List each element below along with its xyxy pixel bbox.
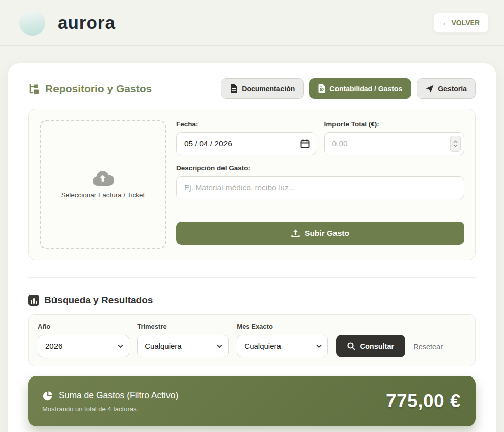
dropzone-label: Seleccionar Factura / Ticket <box>61 191 145 199</box>
volver-button[interactable]: ← VOLVER <box>433 13 489 33</box>
file-dropzone[interactable]: Seleccionar Factura / Ticket <box>40 120 166 249</box>
summary-bar: Suma de Gastos (Filtro Activo) Mostrando… <box>28 376 476 426</box>
pie-chart-icon <box>42 390 53 401</box>
app-header: aurora ← VOLVER <box>0 0 504 46</box>
tab-contabilidad-label: Contabilidad / Gastos <box>329 85 402 93</box>
subir-gasto-label: Subir Gasto <box>305 229 349 238</box>
paper-plane-icon <box>426 85 434 93</box>
consultar-label: Consultar <box>360 342 394 350</box>
ano-filter-group: Año 2026 <box>38 322 129 357</box>
consultar-button[interactable]: Consultar <box>336 335 405 357</box>
ano-select[interactable]: 2026 <box>38 335 129 357</box>
search-icon <box>347 342 355 350</box>
fecha-input[interactable] <box>176 132 316 155</box>
mes-exacto-filter-group: Mes Exacto Cualquiera <box>237 322 328 357</box>
importe-input[interactable] <box>324 132 465 155</box>
subir-gasto-button[interactable]: Subir Gasto <box>176 222 464 245</box>
tab-documentacion-label: Documentación <box>242 85 295 93</box>
title-row: Repositorio y Gastos Documentación <box>20 75 484 99</box>
trimestre-select[interactable]: Cualquiera <box>137 335 229 357</box>
search-heading: Búsqueda y Resultados <box>28 295 476 306</box>
main-card: Repositorio y Gastos Documentación <box>8 63 496 432</box>
importe-field-group: Importe Total (€): <box>324 120 465 155</box>
section-divider <box>28 277 476 278</box>
aurora-logo <box>19 10 45 36</box>
page-title-label: Repositorio y Gastos <box>45 83 152 95</box>
tab-gestoria-label: Gestoría <box>438 85 467 93</box>
filter-bar: Año 2026 Trimestre Cualquiera <box>28 314 476 366</box>
upload-icon <box>291 229 300 238</box>
bar-chart-icon <box>28 295 39 306</box>
cloud-upload-icon <box>92 170 114 186</box>
summary-subtitle: Mostrando un total de 4 facturas. <box>42 405 178 413</box>
page-title: Repositorio y Gastos <box>28 83 152 95</box>
invoice-icon: $ <box>318 84 325 93</box>
upload-fields: Fecha: Importe Total (€): <box>176 120 464 249</box>
descripcion-field-group: Descripción del Gasto: <box>176 164 464 199</box>
svg-text:$: $ <box>321 88 323 91</box>
search-heading-label: Búsqueda y Resultados <box>44 295 153 306</box>
mes-exacto-select[interactable]: Cualquiera <box>237 335 328 357</box>
fecha-label: Fecha: <box>176 120 316 128</box>
descripcion-label: Descripción del Gasto: <box>176 164 464 172</box>
summary-left: Suma de Gastos (Filtro Activo) Mostrando… <box>42 390 178 413</box>
number-spinner[interactable] <box>450 136 461 152</box>
summary-total: 775,00 € <box>386 391 461 412</box>
tab-gestoria[interactable]: Gestoría <box>417 78 476 99</box>
resetear-link[interactable]: Resetear <box>413 343 443 351</box>
ano-label: Año <box>38 322 129 330</box>
upload-form: Seleccionar Factura / Ticket Fecha: <box>28 109 476 260</box>
mes-exacto-label: Mes Exacto <box>237 322 328 330</box>
tab-contabilidad-gastos[interactable]: $ Contabilidad / Gastos <box>309 78 411 99</box>
app-title: aurora <box>58 13 116 33</box>
importe-label: Importe Total (€): <box>324 120 465 128</box>
folder-tree-icon <box>28 83 40 95</box>
trimestre-label: Trimestre <box>137 322 229 330</box>
tab-bar: Documentación $ Contabilidad / Gastos <box>221 78 476 99</box>
summary-title: Suma de Gastos (Filtro Activo) <box>42 390 178 401</box>
document-icon <box>230 84 238 93</box>
fecha-field-group: Fecha: <box>176 120 316 155</box>
tab-documentacion[interactable]: Documentación <box>221 78 304 99</box>
summary-title-label: Suma de Gastos (Filtro Activo) <box>59 390 178 401</box>
descripcion-input[interactable] <box>176 176 464 199</box>
trimestre-filter-group: Trimestre Cualquiera <box>137 322 229 357</box>
